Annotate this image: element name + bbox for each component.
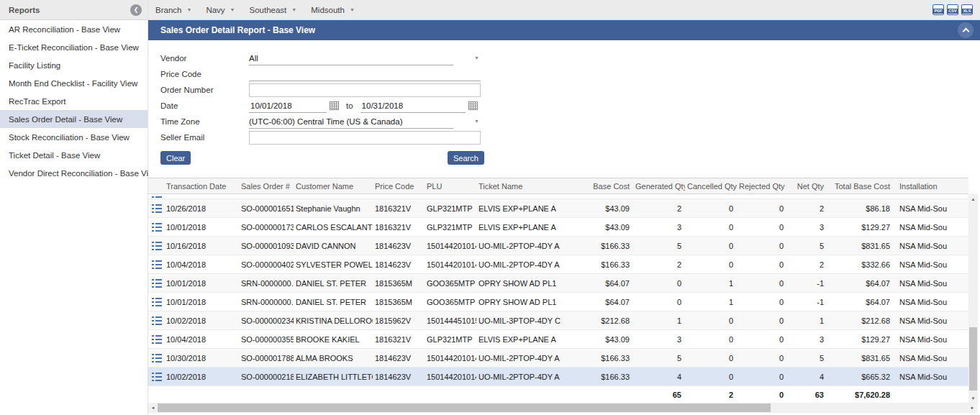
sidebar-item[interactable]: Sales Order Detail - Base View [0, 110, 148, 128]
column-header[interactable]: Sales Order # [239, 182, 294, 191]
vertical-scrollbar[interactable]: ▲ ▼ [968, 194, 978, 403]
scroll-down-icon[interactable]: ▼ [968, 393, 978, 403]
table-row[interactable]: 10/26/2018SO-0000016515Stephanie Vaughn1… [148, 199, 968, 218]
row-menu-icon[interactable] [152, 279, 162, 288]
cell-total: $129.27 [827, 335, 894, 344]
price-code-input[interactable] [249, 68, 481, 81]
sidebar-item[interactable]: Ticket Detail - Base View [0, 146, 148, 164]
row-menu-icon[interactable] [152, 204, 162, 213]
cell-order: SO-0000001733 [239, 223, 294, 232]
cell-rejected: 0 [737, 354, 787, 362]
horizontal-scrollbar-thumb[interactable] [158, 403, 771, 412]
cell-customer: SYLVESTER POWELL [294, 260, 373, 269]
sidebar-item[interactable]: RecTrac Export [0, 92, 148, 110]
sidebar-item[interactable]: Facility Listing [0, 56, 148, 74]
vendor-value: All [249, 52, 453, 65]
sidebar-item[interactable]: E-Ticket Reconciliation - Base View [0, 38, 148, 56]
column-header[interactable]: Base Cost [583, 182, 633, 191]
cell-price_code: 1816321V [373, 204, 425, 213]
vertical-scrollbar-thumb[interactable] [969, 327, 977, 391]
cell-net: 5 [787, 242, 827, 250]
date-from-input[interactable] [249, 99, 327, 113]
reports-sidebar: Reports ❮ AR Reconciliation - Base ViewE… [0, 0, 148, 415]
total-rejected-qty: 0 [737, 391, 787, 399]
cell-base_cost: $166.33 [583, 242, 633, 250]
sidebar-collapse-icon[interactable]: ❮ [130, 4, 142, 16]
topbar-menu[interactable]: Southeast▼ [250, 6, 297, 14]
cell-plu: GLP321MTP [425, 204, 476, 213]
row-menu-icon[interactable] [152, 335, 162, 344]
column-header[interactable]: Transaction Date [164, 182, 239, 191]
row-menu-icon[interactable] [152, 260, 162, 269]
sidebar-item[interactable]: Month End Checklist - Facility View [0, 74, 148, 92]
clear-button[interactable]: Clear [160, 151, 191, 165]
vendor-label: Vendor [160, 54, 249, 63]
order-number-input[interactable] [249, 83, 481, 97]
cell-generated: 3 [633, 335, 685, 344]
table-row[interactable]: 10/01/2018SRN-0000000...DANIEL ST. PETER… [148, 293, 968, 311]
calendar-icon[interactable] [468, 101, 478, 110]
column-header[interactable]: Installation [894, 182, 968, 191]
horizontal-scrollbar[interactable]: ◄ ► [148, 403, 977, 413]
export-file-icon[interactable]: XLS [961, 4, 973, 15]
table-row[interactable]: 10/01/2018SRN-0000000...DANIEL ST. PETER… [148, 274, 968, 293]
chevron-down-icon: ▼ [474, 55, 479, 60]
row-menu-icon [152, 194, 162, 198]
scroll-up-icon[interactable]: ▲ [968, 194, 978, 204]
time-zone-select[interactable]: (UTC-06:00) Central Time (US & Canada) ▼ [249, 114, 481, 129]
panel-collapse-button[interactable] [958, 22, 974, 38]
cell-base_cost: $212.68 [583, 316, 633, 325]
cell-cancelled: 0 [685, 335, 737, 344]
scroll-left-icon[interactable]: ◄ [148, 403, 158, 413]
column-header[interactable]: Total Base Cost [827, 182, 894, 191]
row-menu-icon[interactable] [152, 242, 162, 250]
sidebar-item[interactable]: Stock Reconciliation - Base View [0, 128, 148, 146]
cell-cancelled: 0 [685, 354, 737, 362]
row-menu-icon[interactable] [152, 373, 162, 381]
row-menu-icon[interactable] [152, 223, 162, 232]
column-header[interactable]: Price Code [373, 182, 425, 191]
column-header[interactable]: PLU [425, 182, 476, 191]
vendor-select[interactable]: All ▼ [249, 51, 481, 65]
table-row[interactable]: 10/04/2018SO-0000003557BROOKE KAKIEL1816… [148, 330, 968, 349]
cell-rejected: 0 [737, 279, 787, 288]
column-header[interactable]: Net Qty [787, 182, 827, 191]
sidebar-item[interactable]: Vendor Direct Reconciliation - Base View [0, 164, 148, 182]
seller-email-input[interactable] [249, 131, 481, 145]
topbar-menu[interactable]: Branch▼ [155, 6, 191, 14]
export-file-icon[interactable]: PDF [933, 4, 944, 15]
scroll-right-icon[interactable]: ► [968, 403, 977, 413]
cell-total: $332.66 [827, 260, 894, 269]
row-menu-icon[interactable] [152, 354, 162, 362]
column-header[interactable]: Ticket Name [476, 182, 583, 191]
cell-order: SO-0000010935 [239, 242, 294, 250]
column-header[interactable]: Customer Name [294, 182, 373, 191]
cell-rejected: 0 [737, 204, 787, 213]
search-button[interactable]: Search [448, 151, 484, 165]
cell-order: SO-0000002346 [239, 316, 294, 325]
cell-plu: 150144201014 [425, 242, 476, 250]
table-body: 10/26/2018SO-0000016515Stephanie Vaughn1… [148, 199, 968, 386]
cell-plu: 150144451015 [425, 316, 476, 325]
export-file-icon[interactable]: CSV [947, 4, 958, 15]
row-menu-icon[interactable] [152, 316, 162, 325]
row-menu-icon[interactable] [152, 298, 162, 306]
sidebar-header: Reports ❮ [0, 0, 148, 20]
column-header[interactable]: Cancelled Qty [685, 182, 737, 191]
topbar-menu[interactable]: Midsouth▼ [311, 6, 355, 14]
cell-generated: 5 [633, 242, 685, 250]
calendar-icon[interactable] [330, 101, 339, 110]
date-to-input[interactable] [360, 99, 466, 113]
cell-net: 4 [787, 373, 827, 381]
table-row[interactable]: 10/02/2018SO-0000002183ELIZABETH LITTLET… [148, 368, 968, 386]
table-row[interactable]: 10/02/2018SO-0000002346KRISTINA DELLOROC… [148, 311, 968, 330]
column-header[interactable]: Generated Qty [633, 182, 685, 191]
table-row[interactable]: 10/16/2018SO-0000010935DAVID CANNON18146… [148, 237, 968, 255]
table-row[interactable]: 10/30/2018SO-0000017884ALMA BROOKS181462… [148, 349, 968, 368]
cell-ticket: UO-MIL-2PTOP-4DY A [476, 354, 583, 362]
topbar-menu[interactable]: Navy▼ [206, 6, 235, 14]
sidebar-item[interactable]: AR Reconciliation - Base View [0, 20, 148, 38]
column-header[interactable]: Rejected Qty [737, 182, 787, 191]
table-row[interactable]: 10/01/2018SO-0000001733CARLOS ESCALANTE1… [148, 218, 968, 237]
table-row[interactable]: 10/04/2018SO-0000004020SYLVESTER POWELL1… [148, 255, 968, 274]
